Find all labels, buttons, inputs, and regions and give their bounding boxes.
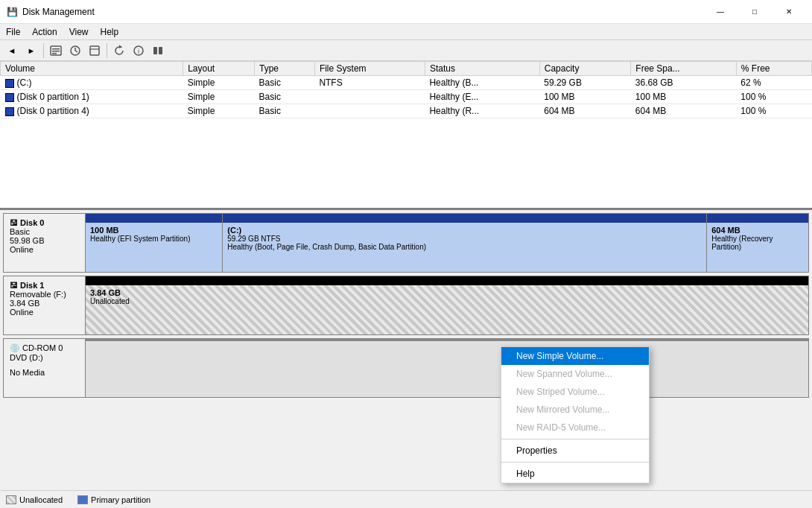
disk1-row: 🖫 Disk 1 Removable (F:) 3.84 GB Online 3… <box>3 276 809 335</box>
part-efi-health: Healthy (EFI System Partition) <box>90 235 218 243</box>
cell-status: Healthy (R... <box>425 104 539 118</box>
maximize-button[interactable]: □ <box>738 0 772 24</box>
disk0-partition-efi[interactable]: 100 MB Healthy (EFI System Partition) <box>86 214 223 272</box>
partition-c-header <box>223 214 706 223</box>
cell-capacity: 59.29 GB <box>539 76 631 90</box>
ctx-new-striped[interactable]: New Striped Volume... <box>501 383 649 401</box>
disk0-partition-recovery[interactable]: 604 MB Healthy (Recovery Partition) <box>707 214 808 272</box>
svg-rect-12 <box>153 47 157 54</box>
disk0-partition-c[interactable]: (C:) 59.29 GB NTFS Healthy (Boot, Page F… <box>223 214 707 272</box>
ctx-help[interactable]: Help <box>501 465 649 483</box>
disk-visualizer: 🖫 Disk 0 Basic 59.98 GB Online 100 MB He… <box>0 210 812 490</box>
toolbar-btn2[interactable] <box>66 42 84 59</box>
ctx-new-simple[interactable]: New Simple Volume... <box>501 347 649 365</box>
close-button[interactable]: ✕ <box>772 0 806 24</box>
part-unalloc-label: Unallocated <box>90 297 804 305</box>
cell-volume: (Disk 0 partition 4) <box>1 104 183 118</box>
legend-unallocated: Unallocated <box>6 495 63 504</box>
col-layout[interactable]: Layout <box>183 62 255 76</box>
ctx-new-mirrored[interactable]: New Mirrored Volume... <box>501 401 649 419</box>
cell-type: Basic <box>255 104 315 118</box>
svg-rect-3 <box>52 53 57 54</box>
cell-capacity: 604 MB <box>539 104 631 118</box>
menu-file[interactable]: File <box>0 24 26 39</box>
col-capacity[interactable]: Capacity <box>539 62 631 76</box>
menu-action[interactable]: Action <box>26 24 63 39</box>
cell-filesystem: NTFS <box>314 76 425 90</box>
disk0-status: Online <box>10 245 79 254</box>
cell-filesystem <box>314 90 425 104</box>
col-pctfree[interactable]: % Free <box>736 62 811 76</box>
toolbar-info[interactable]: i <box>130 42 148 59</box>
cell-layout: Simple <box>183 76 255 90</box>
partition-header <box>86 214 222 223</box>
toolbar-refresh[interactable] <box>110 42 128 59</box>
col-status[interactable]: Status <box>425 62 539 76</box>
toolbar-forward[interactable]: ► <box>22 42 40 59</box>
toolbar-btn3[interactable] <box>86 42 104 59</box>
app-icon: 💾 <box>6 6 18 18</box>
ctx-sep1 <box>501 439 649 439</box>
cell-type: Basic <box>255 90 315 104</box>
window-controls: — □ ✕ <box>703 0 806 24</box>
col-volume[interactable]: Volume <box>1 62 183 76</box>
disk1-partitions: 3.84 GB Unallocated <box>86 276 808 334</box>
cell-free: 36.68 GB <box>631 76 737 90</box>
legend-primary: Primary partition <box>77 495 150 504</box>
part-efi-size: 100 MB <box>90 226 218 235</box>
disk1-status: Online <box>10 308 79 317</box>
table-row[interactable]: (Disk 0 partition 1) Simple Basic Health… <box>1 90 812 104</box>
table-row[interactable]: (Disk 0 partition 4) Simple Basic Health… <box>1 104 812 118</box>
main-area: Volume Layout Type File System Status Ca… <box>0 61 812 490</box>
window-title: Disk Management <box>22 7 703 17</box>
svg-rect-7 <box>90 46 99 55</box>
ctx-sep2 <box>501 462 649 463</box>
cdrom0-type: DVD (D:) <box>10 353 79 362</box>
status-bar: Unallocated Primary partition <box>0 490 812 508</box>
disk0-partitions: 100 MB Healthy (EFI System Partition) (C… <box>86 214 808 272</box>
ctx-new-spanned[interactable]: New Spanned Volume... <box>501 365 649 383</box>
menu-view[interactable]: View <box>63 24 95 39</box>
minimize-button[interactable]: — <box>703 0 738 24</box>
partition-body-efi: 100 MB Healthy (EFI System Partition) <box>86 223 222 272</box>
toolbar-btn4[interactable] <box>149 42 167 59</box>
part-recovery-size: 604 MB <box>711 226 804 235</box>
disk1-size: 3.84 GB <box>10 299 79 308</box>
cell-pct: 100 % <box>736 104 811 118</box>
toolbar-back[interactable]: ◄ <box>3 42 21 59</box>
partition-unalloc-header <box>86 276 808 285</box>
disk1-partition-unalloc[interactable]: 3.84 GB Unallocated <box>86 276 808 334</box>
legend-primary-box <box>77 495 88 504</box>
disk0-size: 59.98 GB <box>10 236 79 245</box>
part-recovery-health: Healthy (Recovery Partition) <box>711 235 804 251</box>
cdrom0-name: 💿 CD-ROM 0 <box>10 343 79 353</box>
disk0-type: Basic <box>10 227 79 236</box>
disk0-label: 🖫 Disk 0 Basic 59.98 GB Online <box>4 214 86 272</box>
svg-rect-1 <box>52 48 60 50</box>
disk0-row: 🖫 Disk 0 Basic 59.98 GB Online 100 MB He… <box>3 213 809 273</box>
menu-bar: File Action View Help <box>0 24 812 40</box>
menu-help[interactable]: Help <box>95 24 125 39</box>
svg-rect-13 <box>159 47 162 54</box>
toolbar-btn1[interactable] <box>47 42 65 59</box>
col-freespace[interactable]: Free Spa... <box>631 62 737 76</box>
partition-body-recovery: 604 MB Healthy (Recovery Partition) <box>707 223 808 272</box>
col-type[interactable]: Type <box>255 62 315 76</box>
col-filesystem[interactable]: File System <box>314 62 425 76</box>
title-bar: 💾 Disk Management — □ ✕ <box>0 0 812 24</box>
part-c-size-fs: 59.29 GB NTFS <box>227 235 702 243</box>
cell-pct: 100 % <box>736 90 811 104</box>
disk0-name: 🖫 Disk 0 <box>10 218 79 227</box>
disk1-label: 🖫 Disk 1 Removable (F:) 3.84 GB Online <box>4 276 86 334</box>
svg-line-6 <box>75 51 77 52</box>
cell-capacity: 100 MB <box>539 90 631 104</box>
ctx-new-raid5[interactable]: New RAID-5 Volume... <box>501 419 649 436</box>
table-row[interactable]: (C:) Simple Basic NTFS Healthy (B... 59.… <box>1 76 812 90</box>
toolbar: ◄ ► i <box>0 40 812 61</box>
ctx-properties[interactable]: Properties <box>501 442 649 460</box>
cell-filesystem <box>314 104 425 118</box>
toolbar-sep1 <box>43 43 44 58</box>
cdrom0-label: 💿 CD-ROM 0 DVD (D:) No Media <box>4 339 86 397</box>
part-c-name: (C:) <box>227 226 702 235</box>
cell-free: 604 MB <box>631 104 737 118</box>
